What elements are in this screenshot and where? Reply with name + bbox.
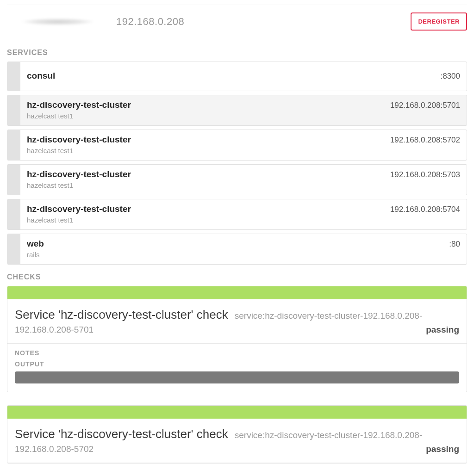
service-name: hz-discovery-test-cluster — [27, 169, 131, 179]
check-sub-row: 192.168.0.208-5701passing — [15, 325, 459, 335]
service-tags: hazelcast test1 — [27, 181, 460, 189]
service-top-row: hz-discovery-test-cluster192.168.0.208:5… — [27, 204, 460, 214]
service-address: 192.168.0.208:5704 — [390, 205, 460, 214]
check-status-text: passing — [426, 325, 459, 335]
service-name: consul — [27, 71, 55, 81]
check-output-label: OUTPUT — [15, 360, 459, 368]
check-card: Service 'hz-discovery-test-cluster' chec… — [7, 405, 467, 464]
node-name-blurred — [7, 15, 109, 29]
check-output-box — [15, 371, 459, 383]
top-rule — [7, 5, 467, 5]
service-body: web:80rails — [20, 234, 467, 264]
check-title-row: Service 'hz-discovery-test-cluster' chec… — [15, 308, 459, 322]
check-status-bar — [7, 286, 467, 299]
service-body: hz-discovery-test-cluster192.168.0.208:5… — [20, 95, 467, 125]
service-tags: hazelcast test1 — [27, 112, 460, 120]
service-row[interactable]: hz-discovery-test-cluster192.168.0.208:5… — [7, 95, 467, 126]
service-name: hz-discovery-test-cluster — [27, 100, 131, 110]
check-details: NOTESOUTPUT — [7, 344, 467, 392]
check-sub-id: 192.168.0.208-5701 — [15, 325, 94, 335]
service-top-row: hz-discovery-test-cluster192.168.0.208:5… — [27, 100, 460, 110]
service-row[interactable]: consul:8300 — [7, 62, 467, 91]
service-top-row: web:80 — [27, 239, 460, 249]
deregister-button[interactable]: DEREGISTER — [411, 12, 467, 31]
service-tags: rails — [27, 251, 460, 259]
check-header[interactable]: Service 'hz-discovery-test-cluster' chec… — [7, 299, 467, 344]
service-list: consul:8300hz-discovery-test-cluster192.… — [7, 62, 467, 265]
service-name: hz-discovery-test-cluster — [27, 204, 131, 214]
service-row[interactable]: web:80rails — [7, 234, 467, 265]
service-body: hz-discovery-test-cluster192.168.0.208:5… — [20, 165, 467, 195]
service-name: hz-discovery-test-cluster — [27, 135, 131, 145]
node-ip: 192.168.0.208 — [116, 16, 184, 28]
checks-section-label: CHECKS — [7, 273, 467, 281]
service-status-strip — [7, 62, 20, 91]
service-row[interactable]: hz-discovery-test-cluster192.168.0.208:5… — [7, 130, 467, 161]
service-status-strip — [7, 130, 20, 160]
checks-list: Service 'hz-discovery-test-cluster' chec… — [7, 286, 467, 464]
check-sub-row: 192.168.0.208-5702passing — [15, 444, 459, 454]
service-name: web — [27, 239, 44, 249]
service-row[interactable]: hz-discovery-test-cluster192.168.0.208:5… — [7, 199, 467, 230]
services-section-label: SERVICES — [7, 49, 467, 57]
header-left: 192.168.0.208 — [7, 15, 184, 29]
service-tags: hazelcast test1 — [27, 147, 460, 155]
check-id: service:hz-discovery-test-cluster-192.16… — [235, 430, 423, 440]
check-header[interactable]: Service 'hz-discovery-test-cluster' chec… — [7, 419, 467, 463]
check-card: Service 'hz-discovery-test-cluster' chec… — [7, 286, 467, 392]
check-notes-label: NOTES — [15, 349, 459, 357]
check-title-row: Service 'hz-discovery-test-cluster' chec… — [15, 427, 459, 441]
service-address: :80 — [449, 240, 460, 249]
service-body: consul:8300 — [20, 62, 467, 91]
check-status-bar — [7, 406, 467, 419]
check-title: Service 'hz-discovery-test-cluster' chec… — [15, 427, 228, 441]
check-sub-id: 192.168.0.208-5702 — [15, 444, 94, 454]
service-address: 192.168.0.208:5701 — [390, 101, 460, 110]
check-title: Service 'hz-discovery-test-cluster' chec… — [15, 308, 228, 322]
page-root: 192.168.0.208 DEREGISTER SERVICES consul… — [0, 0, 474, 476]
service-top-row: hz-discovery-test-cluster192.168.0.208:5… — [27, 135, 460, 145]
node-header: 192.168.0.208 DEREGISTER — [7, 8, 467, 40]
service-top-row: consul:8300 — [27, 71, 460, 81]
service-status-strip — [7, 165, 20, 195]
service-status-strip — [7, 199, 20, 229]
check-status-text: passing — [426, 444, 459, 454]
check-id: service:hz-discovery-test-cluster-192.16… — [235, 311, 423, 321]
service-address: :8300 — [440, 72, 460, 81]
service-address: 192.168.0.208:5702 — [390, 136, 460, 145]
service-status-strip — [7, 95, 20, 125]
service-tags: hazelcast test1 — [27, 216, 460, 224]
service-row[interactable]: hz-discovery-test-cluster192.168.0.208:5… — [7, 164, 467, 195]
service-body: hz-discovery-test-cluster192.168.0.208:5… — [20, 199, 467, 229]
service-status-strip — [7, 234, 20, 264]
service-body: hz-discovery-test-cluster192.168.0.208:5… — [20, 130, 467, 160]
service-address: 192.168.0.208:5703 — [390, 170, 460, 179]
service-top-row: hz-discovery-test-cluster192.168.0.208:5… — [27, 169, 460, 179]
